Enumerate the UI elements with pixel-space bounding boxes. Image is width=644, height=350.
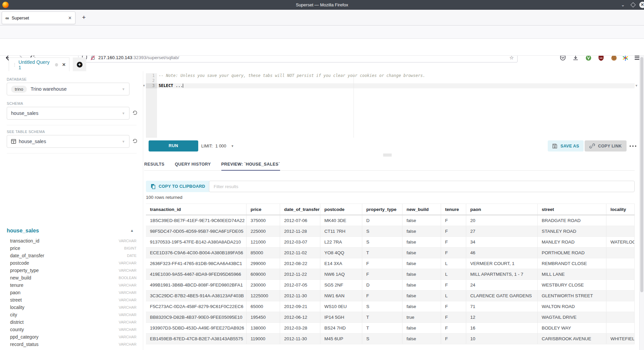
table-columns-list: transaction_idVARCHARpriceBIGINTdate_of_… — [10, 237, 137, 350]
refresh-schemas-icon[interactable] — [132, 110, 138, 116]
query-tab[interactable]: ⋮ Untitled Query 1 ✕ — [9, 57, 69, 72]
column-header[interactable]: price — [247, 204, 280, 215]
table-row[interactable]: 499B1981-3B6B-4BCD-808F-9FED9802BFA12300… — [146, 280, 635, 291]
copy-to-clipboard-button[interactable]: COPY TO CLIPBOARD — [146, 181, 210, 192]
column-header[interactable]: paon — [466, 204, 538, 215]
run-button[interactable]: RUN — [149, 140, 198, 151]
table-row[interactable]: F5C273AC-0D2A-458F-8279-9C61F0C22EC66500… — [146, 301, 635, 312]
editor-lines[interactable]: -- Note: Unless you save your query, the… — [157, 73, 635, 88]
limit-dropdown[interactable]: LIMIT: 1 000 ▼ — [201, 140, 234, 151]
column-name: county — [10, 327, 119, 332]
more-options-button[interactable] — [628, 142, 638, 150]
window-close-button[interactable]: ✕ — [639, 1, 644, 8]
column-header[interactable]: date_of_transfer — [280, 204, 320, 215]
column-header[interactable]: new_build — [402, 204, 441, 215]
copy-link-label: COPY LINK — [598, 144, 622, 148]
table-row[interactable]: 193907D3-5DBD-453D-A49E-9FEE27DAB9261380… — [146, 323, 635, 334]
table-row[interactable]: BB8320C9-D82B-4B37-90E0-9FEE05095E101954… — [146, 312, 635, 323]
table-cell: 24 — [466, 280, 538, 290]
table-row[interactable]: 98F5DC47-0D05-4D59-95B7-98CA6F1FDE052250… — [146, 226, 635, 237]
caret-down-icon: ▼ — [635, 84, 638, 87]
editor-line[interactable] — [157, 78, 635, 83]
table-cell: F — [362, 269, 402, 279]
table-cell: 2012-09-21 — [280, 301, 320, 312]
table-cell: F — [362, 258, 402, 269]
window-maximize-button[interactable] — [629, 1, 637, 8]
column-header[interactable]: locality — [606, 204, 635, 215]
column-header[interactable]: tenure — [441, 204, 466, 215]
query-tab-title[interactable]: Untitled Query 1 — [18, 59, 52, 70]
table-row[interactable]: 1B5C39ED-BE7F-41EF-9E71-9C60EED74A223750… — [146, 215, 635, 226]
results-tab-preview[interactable]: PREVIEW: `HOUSE_SALES` — [221, 161, 280, 171]
sql-editor[interactable]: 123 -- Note: Unless you save your query,… — [146, 73, 635, 138]
pane-resize-handle[interactable] — [381, 154, 394, 157]
unsaved-state-dot — [55, 63, 58, 67]
column-name: record_status — [10, 342, 119, 347]
scrollbar-thumb[interactable] — [640, 57, 643, 292]
table-cell: F — [441, 280, 466, 290]
filter-results-input[interactable] — [209, 181, 635, 192]
table-cell: YO8 4QQ — [320, 248, 362, 258]
page-scrollbar[interactable] — [639, 56, 644, 350]
new-tab-button[interactable]: + — [80, 14, 88, 22]
table-row[interactable]: EB1459EB-67ED-47C8-B2E7-A38143AB55751190… — [146, 334, 635, 344]
table-select[interactable]: house_sales ▼ — [7, 135, 129, 148]
editor-line[interactable]: -- Note: Unless you save your query, the… — [157, 73, 635, 78]
column-type: VARCHAR — [119, 268, 137, 272]
limit-value: 1 000 — [215, 143, 226, 148]
window-minimize-button[interactable]: ⌄ — [619, 1, 627, 8]
table-cell: BRADGATE ROAD — [538, 215, 606, 226]
copy-link-button[interactable]: COPY LINK — [585, 140, 627, 151]
table-row[interactable]: 2636F323-FF41-4765-81DB-98CAA6A43BC12990… — [146, 258, 635, 269]
table-row[interactable]: 419E1030-9A55-4467-8DA9-9FED95D659666090… — [146, 269, 635, 280]
table-header-row: transaction_idpricedate_of_transferpostc… — [146, 204, 635, 215]
table-cell: 2012-11-30 — [280, 334, 320, 344]
new-query-tab-button[interactable]: + — [73, 57, 86, 72]
table-cell: L — [441, 258, 466, 269]
column-header[interactable]: postcode — [320, 204, 362, 215]
results-tab-results[interactable]: RESULTS — [144, 161, 164, 171]
table-name-link[interactable]: house_sales — [7, 228, 39, 234]
table-cell: 2012-11-30 — [280, 291, 320, 301]
table-cell: 71 — [466, 301, 538, 312]
table-cell: 1225000 — [247, 291, 280, 301]
column-row: transaction_idVARCHAR — [10, 237, 137, 245]
column-header[interactable]: property_type — [362, 204, 402, 215]
table-cell: 3C3C29DC-B7B2-4BE5-914A-A38123AF403B — [146, 291, 247, 301]
collapse-table-icon[interactable]: ▲ — [130, 228, 134, 232]
table-row[interactable]: 91370533-19F5-47FE-B142-A380A8ADA2101210… — [146, 237, 635, 248]
browser-tab[interactable]: ∞ Superset ✕ — [2, 11, 75, 24]
results-tab-query-history[interactable]: QUERY HISTORY — [175, 161, 211, 171]
column-header[interactable]: street — [538, 204, 606, 215]
column-type: VARCHAR — [119, 298, 137, 302]
drag-handle-icon[interactable]: ⋮ — [12, 62, 16, 67]
column-header[interactable]: transaction_id — [146, 204, 247, 215]
column-type: VARCHAR — [119, 313, 137, 317]
superset-favicon-icon: ∞ — [5, 15, 9, 20]
table-cell: 2012-08-22 — [280, 258, 320, 269]
row-count-text: 100 rows returned — [146, 195, 182, 200]
database-select[interactable]: trino Trino warehouse ▼ — [7, 83, 129, 95]
table-cell: SG5 2NF — [320, 280, 362, 290]
table-cell — [606, 301, 635, 312]
table-row[interactable]: 3C3C29DC-B7B2-4BE5-914A-A38123AF403B1225… — [146, 291, 635, 301]
superset-navbar: Superset DashboardsChartsSQL Lab▼Data▼ +… — [0, 39, 644, 56]
database-engine-badge: trino — [11, 86, 27, 93]
table-cell: 121000 — [247, 237, 280, 247]
chevron-down-icon: ▼ — [122, 87, 125, 91]
editor-line[interactable]: SELECT ... — [157, 83, 635, 88]
table-cell: 91370533-19F5-47FE-B142-A380A8ADA210 — [146, 237, 247, 247]
query-tab-close-icon[interactable]: ✕ — [62, 62, 66, 67]
table-cell: WHITEFIELD — [606, 334, 635, 344]
table-cell: CT11 7RH — [320, 226, 362, 236]
column-name: tenure — [10, 282, 119, 288]
save-as-button[interactable]: SAVE AS — [548, 140, 584, 151]
refresh-tables-icon[interactable] — [132, 138, 138, 144]
column-name: district — [10, 319, 119, 325]
schema-select[interactable]: house_sales ▼ — [7, 107, 129, 120]
table-row[interactable]: ECE1D376-C9A6-4C00-B004-A380B189FA568500… — [146, 248, 635, 258]
tab-close-icon[interactable]: ✕ — [68, 15, 72, 20]
database-value: Trino warehouse — [31, 86, 66, 92]
column-row: record_statusVARCHAR — [10, 341, 137, 348]
column-type: VARCHAR — [119, 335, 137, 339]
